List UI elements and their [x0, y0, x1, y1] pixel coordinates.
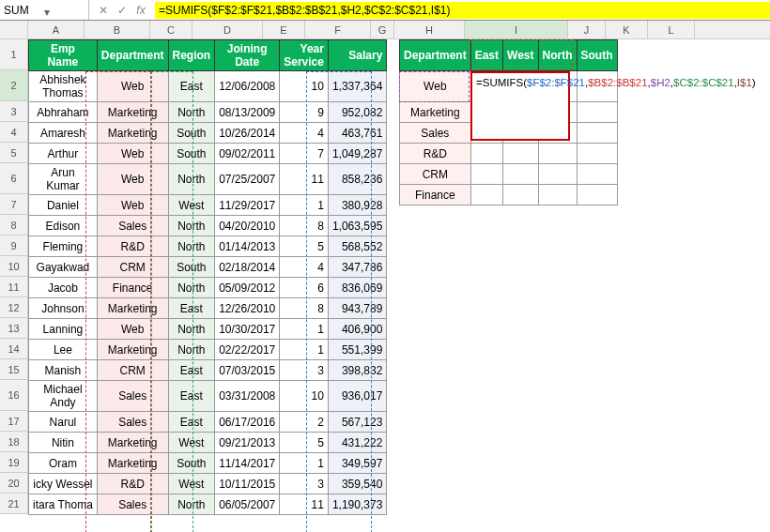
- cell[interactable]: Lanning: [29, 319, 98, 340]
- main-header[interactable]: Department: [97, 40, 168, 71]
- main-header[interactable]: EmpName: [29, 40, 98, 71]
- cell[interactable]: 2: [280, 412, 329, 433]
- cell[interactable]: 8: [280, 216, 329, 236]
- cell[interactable]: 02/18/2014: [215, 257, 280, 278]
- select-all-corner[interactable]: [0, 21, 28, 38]
- cell[interactable]: Sales: [97, 216, 168, 236]
- cell[interactable]: North: [168, 102, 215, 123]
- cell[interactable]: 349,597: [328, 453, 386, 474]
- cell[interactable]: West: [168, 433, 215, 453]
- row-header-12[interactable]: 12: [0, 297, 28, 318]
- cell[interactable]: 3: [280, 360, 329, 381]
- column-header-k[interactable]: K: [606, 21, 648, 38]
- fx-icon[interactable]: fx: [132, 4, 149, 17]
- cell[interactable]: Sales: [97, 494, 168, 515]
- cell[interactable]: Marketing: [97, 340, 168, 360]
- cell[interactable]: CRM: [97, 257, 168, 278]
- summary-header[interactable]: Department: [400, 40, 471, 71]
- column-header-d[interactable]: D: [192, 21, 263, 38]
- row-header-21[interactable]: 21: [0, 494, 28, 514]
- cell[interactable]: South: [168, 453, 215, 474]
- summary-cell[interactable]: [538, 164, 577, 185]
- cell[interactable]: AbhishekThomas: [29, 71, 98, 102]
- cell[interactable]: 406,900: [328, 319, 386, 340]
- cell[interactable]: R&D: [97, 236, 168, 257]
- row-header-20[interactable]: 20: [0, 473, 28, 494]
- row-header-14[interactable]: 14: [0, 339, 28, 359]
- cell[interactable]: 568,552: [328, 236, 386, 257]
- cell[interactable]: 09/21/2013: [215, 433, 280, 453]
- column-header-i[interactable]: I: [465, 21, 568, 38]
- summary-cell[interactable]: [577, 185, 617, 205]
- cell[interactable]: Manish: [29, 360, 98, 381]
- summary-cell[interactable]: [470, 164, 502, 185]
- cell[interactable]: 08/13/2009: [215, 102, 280, 123]
- summary-cell[interactable]: [577, 102, 617, 123]
- cancel-formula-icon[interactable]: ✕: [95, 4, 112, 17]
- cell[interactable]: East: [168, 71, 215, 102]
- accept-formula-icon[interactable]: ✓: [114, 4, 131, 17]
- cell[interactable]: icky Wessel: [29, 474, 98, 494]
- main-header[interactable]: Salary: [328, 40, 386, 71]
- cell[interactable]: Jacob: [29, 278, 98, 298]
- name-box[interactable]: SUM ▾: [0, 0, 89, 20]
- cell[interactable]: 1,049,287: [328, 144, 386, 164]
- cell[interactable]: 06/17/2016: [215, 412, 280, 433]
- cell[interactable]: Web: [97, 319, 168, 340]
- cell[interactable]: 10/26/2014: [215, 123, 280, 144]
- cell[interactable]: ArunKumar: [29, 164, 98, 195]
- main-header[interactable]: Region: [168, 40, 215, 71]
- column-header-c[interactable]: C: [150, 21, 192, 38]
- cell[interactable]: 06/05/2007: [215, 494, 280, 515]
- cell[interactable]: East: [168, 360, 215, 381]
- cell[interactable]: 359,540: [328, 474, 386, 494]
- summary-cell[interactable]: [577, 144, 617, 164]
- cell[interactable]: North: [168, 340, 215, 360]
- cell[interactable]: Arthur: [29, 144, 98, 164]
- cell[interactable]: 1,190,373: [328, 494, 386, 515]
- column-header-l[interactable]: L: [648, 21, 695, 38]
- cell[interactable]: West: [168, 474, 215, 494]
- row-header-3[interactable]: 3: [0, 101, 28, 122]
- cell[interactable]: 398,832: [328, 360, 386, 381]
- cell[interactable]: 10/30/2017: [215, 319, 280, 340]
- cell[interactable]: 1: [280, 195, 329, 216]
- cell[interactable]: 347,786: [328, 257, 386, 278]
- row-header-2[interactable]: 2: [0, 70, 28, 101]
- cell[interactable]: South: [168, 257, 215, 278]
- cell[interactable]: North: [168, 236, 215, 257]
- cell[interactable]: 05/09/2012: [215, 278, 280, 298]
- cell[interactable]: 10/11/2015: [215, 474, 280, 494]
- summary-cell[interactable]: [538, 144, 577, 164]
- cell[interactable]: 1,337,364: [328, 71, 386, 102]
- column-header-h[interactable]: H: [394, 21, 465, 38]
- row-header-10[interactable]: 10: [0, 256, 28, 277]
- cell[interactable]: Amaresh: [29, 123, 98, 144]
- cell[interactable]: South: [168, 144, 215, 164]
- cell[interactable]: 943,789: [328, 298, 386, 319]
- summary-cell[interactable]: [503, 144, 538, 164]
- summary-cell[interactable]: [538, 185, 577, 205]
- cell[interactable]: Sales: [97, 412, 168, 433]
- summary-cell[interactable]: Finance: [400, 185, 471, 205]
- row-header-7[interactable]: 7: [0, 194, 28, 215]
- cell[interactable]: Marketing: [97, 433, 168, 453]
- cell[interactable]: 11: [280, 494, 329, 515]
- cell[interactable]: Marketing: [97, 298, 168, 319]
- cell[interactable]: North: [168, 278, 215, 298]
- row-header-4[interactable]: 4: [0, 122, 28, 143]
- summary-cell[interactable]: [577, 164, 617, 185]
- row-header-1[interactable]: 1: [0, 39, 28, 70]
- cell[interactable]: Johnson: [29, 298, 98, 319]
- cell[interactable]: East: [168, 381, 215, 412]
- cell[interactable]: 858,236: [328, 164, 386, 195]
- cell[interactable]: 380,928: [328, 195, 386, 216]
- cell[interactable]: itara Thoma: [29, 494, 98, 515]
- cell[interactable]: 9: [280, 102, 329, 123]
- column-header-j[interactable]: J: [568, 21, 606, 38]
- cell[interactable]: Daniel: [29, 195, 98, 216]
- column-header-a[interactable]: A: [28, 21, 85, 38]
- cell[interactable]: Lee: [29, 340, 98, 360]
- summary-cell[interactable]: CRM: [400, 164, 471, 185]
- main-header[interactable]: JoiningDate: [215, 40, 280, 71]
